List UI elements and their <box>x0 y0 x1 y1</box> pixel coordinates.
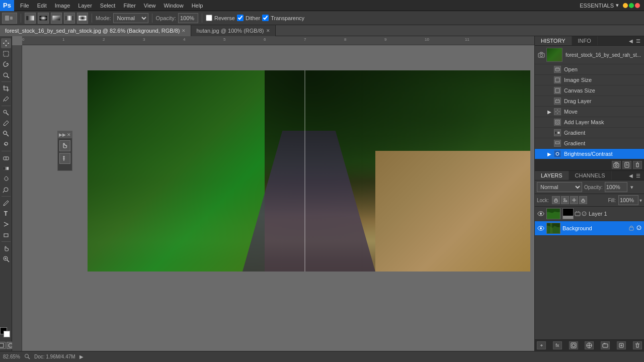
tool-quick-select[interactable] <box>1 70 11 80</box>
history-item-canvassize[interactable]: Canvas Size <box>535 85 644 96</box>
essentials-dropdown-icon[interactable]: ▾ <box>616 2 619 9</box>
menu-window[interactable]: Window <box>160 2 188 10</box>
history-item-gradient2[interactable]: Gradient <box>535 138 644 149</box>
status-arrow[interactable]: ▶ <box>79 354 84 359</box>
history-new-document-btn[interactable] <box>622 161 631 169</box>
history-delete-btn[interactable] <box>633 161 642 169</box>
layers-panel-collapse[interactable]: ◀ <box>627 172 634 179</box>
menu-help[interactable]: Help <box>188 2 207 10</box>
tab-info[interactable]: INFO <box>572 36 598 45</box>
tool-marquee[interactable] <box>1 49 11 59</box>
fg-bg-swatch[interactable] <box>0 327 12 339</box>
tool-zoom[interactable] <box>1 254 11 264</box>
opacity-arrow[interactable]: ▾ <box>630 184 633 191</box>
brush-preset-picker[interactable] <box>2 13 17 24</box>
tool-eyedropper[interactable] <box>1 94 11 104</box>
history-item-addmask[interactable]: Add Layer Mask <box>535 117 644 128</box>
tool-healing-brush[interactable] <box>1 108 11 118</box>
layer-group-btn[interactable] <box>601 341 610 349</box>
transparency-checkbox[interactable] <box>262 15 269 21</box>
tool-eraser[interactable] <box>1 153 11 163</box>
fill-arrow[interactable]: ▾ <box>639 198 642 203</box>
history-item-gradient1[interactable]: Gradient <box>535 128 644 138</box>
opacity-input-layers[interactable] <box>605 182 627 192</box>
tool-dodge[interactable] <box>1 185 11 195</box>
history-item-draglayer[interactable]: Drag Layer <box>535 96 644 107</box>
gradient-style-angle[interactable] <box>51 13 62 24</box>
lock-position-btn[interactable] <box>570 196 578 204</box>
layer-item-layer1[interactable]: Layer 1 <box>535 207 644 221</box>
tab-layers[interactable]: LAYERS <box>535 171 569 180</box>
gradient-style-reflected[interactable] <box>64 13 75 24</box>
layer-new-btn[interactable] <box>617 341 626 349</box>
canvas-content[interactable]: ▶▶ ✕ <box>22 45 534 351</box>
gradient-style-diamond[interactable] <box>77 13 88 24</box>
tab-history[interactable]: HISTORY <box>535 36 572 45</box>
background-swatch[interactable] <box>4 331 10 337</box>
transparency-check-group[interactable]: Transparency <box>262 15 304 21</box>
reverse-checkbox[interactable] <box>206 15 212 21</box>
tool-lasso[interactable] <box>1 59 11 69</box>
opacity-input[interactable] <box>178 13 198 23</box>
menu-layer[interactable]: Layer <box>74 2 96 10</box>
float-tool-2[interactable] <box>59 153 70 164</box>
history-item-open[interactable]: Open <box>535 64 644 75</box>
tool-shape[interactable] <box>1 230 11 240</box>
tool-clone-stamp[interactable] <box>1 129 11 139</box>
layer-link-btn[interactable] <box>537 341 546 349</box>
tab-hutan-close[interactable]: ✕ <box>266 28 270 33</box>
history-item-imagesize[interactable]: Image Size <box>535 75 644 85</box>
tab-hutan[interactable]: hutan.jpg @ 100% (RGB/8) ✕ <box>191 25 275 36</box>
layer-fx-btn[interactable]: fx <box>553 341 562 349</box>
dither-checkbox[interactable] <box>237 15 244 21</box>
lock-image-btn[interactable] <box>561 196 569 204</box>
menu-image[interactable]: Image <box>51 2 74 10</box>
menu-filter[interactable]: Filter <box>119 2 139 10</box>
tool-crop[interactable] <box>1 83 11 94</box>
tool-gradient[interactable] <box>1 163 11 173</box>
tool-hand[interactable] <box>1 243 11 253</box>
window-maximize[interactable] <box>629 3 634 8</box>
tool-type[interactable]: T <box>1 209 11 219</box>
background-visibility-toggle[interactable] <box>537 224 545 232</box>
tool-brush[interactable] <box>1 118 11 128</box>
gradient-style-radial[interactable] <box>38 13 49 24</box>
layer1-visibility-toggle[interactable] <box>537 210 545 218</box>
history-panel-collapse[interactable]: ◀ <box>627 37 634 45</box>
float-tool-1[interactable] <box>59 140 70 151</box>
layer-adjustment-btn[interactable] <box>585 341 594 349</box>
tool-blur[interactable] <box>1 174 11 184</box>
float-panel-expand[interactable]: ▶▶ <box>59 132 66 137</box>
window-minimize[interactable] <box>623 3 628 8</box>
menu-edit[interactable]: Edit <box>33 2 51 10</box>
standard-mode-btn[interactable] <box>0 342 6 349</box>
tool-move[interactable] <box>1 38 11 48</box>
mode-select[interactable]: Normal Dissolve Multiply <box>113 13 148 23</box>
menu-select[interactable]: Select <box>96 2 120 10</box>
layer-item-background[interactable]: Background <box>535 221 644 236</box>
layers-panel-menu[interactable]: ☰ <box>634 172 642 179</box>
float-panel-close[interactable]: ✕ <box>67 132 71 137</box>
menu-view[interactable]: View <box>140 2 160 10</box>
layer-mask-btn[interactable] <box>569 341 578 349</box>
reverse-check-group[interactable]: Reverse <box>206 15 235 21</box>
history-item-brightness[interactable]: ▶ Brightness/Contrast <box>535 149 644 159</box>
tool-path-select[interactable] <box>1 219 11 229</box>
lock-all-btn[interactable] <box>579 196 587 204</box>
fill-input[interactable] <box>618 195 638 205</box>
window-close[interactable] <box>635 3 640 8</box>
tab-forest[interactable]: forest_stock_16_by_sed_rah_stock.jpg @ 8… <box>0 25 191 36</box>
dither-check-group[interactable]: Dither <box>237 15 260 21</box>
history-panel-menu[interactable]: ☰ <box>634 37 642 45</box>
gradient-style-linear[interactable] <box>25 13 36 24</box>
tool-pen[interactable] <box>1 198 11 208</box>
history-item-move[interactable]: ▶ Move <box>535 107 644 117</box>
tool-history-brush[interactable] <box>1 139 11 149</box>
blend-mode-select[interactable]: Normal Dissolve Multiply <box>537 182 582 192</box>
menu-file[interactable]: File <box>16 2 33 10</box>
tab-channels[interactable]: CHANNELS <box>569 171 612 180</box>
tab-forest-close[interactable]: ✕ <box>182 28 186 33</box>
float-panel-header[interactable]: ▶▶ ✕ <box>58 131 72 138</box>
history-new-snapshot-btn[interactable] <box>612 161 621 169</box>
lock-transparent-btn[interactable] <box>552 196 560 204</box>
